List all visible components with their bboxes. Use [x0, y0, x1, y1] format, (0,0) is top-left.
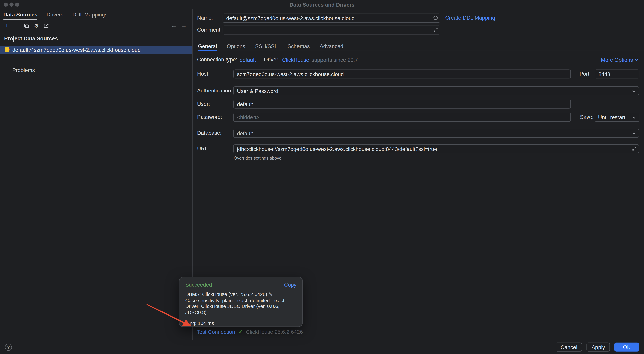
driver-note: supports since 20.7: [312, 57, 358, 63]
comment-field-wrap: [222, 26, 440, 35]
window-title: Data Sources and Drivers: [0, 2, 644, 8]
dialog-footer: ? Cancel Apply OK: [0, 340, 644, 354]
data-source-item[interactable]: default@szm7oqed0o.us-west-2.aws.clickho…: [0, 46, 192, 54]
chevron-down-icon: [631, 131, 636, 136]
apply-button[interactable]: Apply: [587, 342, 610, 352]
url-field-wrap: [233, 144, 639, 153]
cancel-button[interactable]: Cancel: [556, 342, 582, 352]
name-field-wrap: [222, 14, 440, 23]
comment-label: Comment:: [197, 26, 222, 35]
driver-value-link[interactable]: ClickHouse: [282, 57, 309, 63]
tab-options[interactable]: Options: [227, 42, 245, 51]
host-label: Host:: [197, 69, 210, 79]
test-connection-link[interactable]: Test Connection: [197, 329, 235, 335]
settings-tab-strip: General Options SSH/SSL Schemas Advanced: [192, 42, 644, 51]
ok-button[interactable]: OK: [614, 342, 639, 352]
password-field-wrap: [233, 113, 571, 122]
save-value: Until restart: [598, 114, 625, 120]
data-sources-dialog: Data Sources and Drivers Data Sources Dr…: [0, 0, 644, 354]
password-label: Password:: [197, 113, 222, 122]
server-version-text: ClickHouse 25.6.2.6426: [246, 329, 303, 335]
tab-drivers[interactable]: Drivers: [46, 9, 64, 20]
left-panel: Data Sources Drivers DDL Mappings + − ⚙: [0, 9, 192, 340]
tab-ssh-ssl[interactable]: SSH/SSL: [255, 42, 278, 51]
gear-icon[interactable]: ⚙: [33, 22, 40, 29]
open-in-editor-icon[interactable]: [43, 22, 50, 29]
tab-data-sources[interactable]: Data Sources: [3, 9, 38, 20]
driver-label: Driver:: [264, 56, 280, 63]
host-input[interactable]: [233, 69, 571, 79]
problems-node[interactable]: Problems: [0, 67, 192, 73]
more-options-link[interactable]: More Options: [601, 57, 639, 63]
tab-general[interactable]: General: [198, 42, 217, 51]
tab-ddl-mappings[interactable]: DDL Mappings: [72, 9, 108, 20]
name-label: Name:: [197, 14, 213, 23]
driver-line: Driver: ClickHouse JDBC Driver (ver. 0.8…: [185, 303, 296, 315]
save-label: Save:: [580, 113, 594, 122]
connection-type-value-link[interactable]: default: [240, 57, 256, 63]
port-input[interactable]: [595, 69, 640, 79]
password-input[interactable]: [233, 113, 571, 122]
back-arrow-icon[interactable]: ←: [170, 22, 178, 29]
tab-advanced[interactable]: Advanced: [320, 42, 343, 51]
database-select[interactable]: default: [233, 129, 639, 138]
copy-link[interactable]: Copy: [284, 282, 296, 288]
host-field-wrap: [233, 69, 571, 79]
data-source-item-label: default@szm7oqed0o.us-west-2.aws.clickho…: [12, 47, 140, 53]
help-icon[interactable]: ?: [5, 343, 12, 351]
left-tab-strip: Data Sources Drivers DDL Mappings: [0, 9, 192, 20]
url-input[interactable]: [233, 144, 639, 153]
name-status-circle-icon: [433, 15, 438, 21]
duplicate-icon[interactable]: [23, 22, 30, 29]
database-label: Database:: [197, 129, 222, 138]
test-connection-row: Test Connection ✓ ClickHouse 25.6.2.6426: [197, 329, 303, 336]
authentication-label: Authentication:: [197, 86, 232, 95]
comment-input[interactable]: [222, 26, 440, 35]
expand-editor-icon[interactable]: [433, 27, 438, 33]
tab-schemas[interactable]: Schemas: [288, 42, 310, 51]
remove-icon[interactable]: −: [13, 22, 20, 29]
title-bar: Data Sources and Drivers: [0, 0, 644, 9]
connection-status-text: Succeeded: [185, 282, 212, 288]
left-toolbar: + − ⚙ ← →: [0, 20, 192, 31]
chevron-down-icon: [631, 88, 636, 94]
connection-type-row: Connection type: default Driver: ClickHo…: [197, 56, 639, 63]
dbms-line: DBMS: ClickHouse (ver. 25.6.2.6426) ✎: [185, 291, 296, 297]
chevron-down-icon: [632, 114, 637, 120]
create-ddl-mapping-link[interactable]: Create DDL Mapping: [445, 14, 495, 23]
project-data-sources-title: Project Data Sources: [0, 31, 192, 42]
edit-pencil-icon[interactable]: ✎: [268, 291, 273, 297]
authentication-select[interactable]: User & Password: [233, 86, 639, 95]
forward-arrow-icon[interactable]: →: [180, 22, 187, 29]
name-input[interactable]: [222, 14, 440, 23]
user-field-wrap: [233, 99, 571, 109]
url-note: Overrides settings above: [234, 155, 281, 160]
ping-line: Ping: 104 ms: [185, 320, 296, 326]
clickhouse-icon: [5, 47, 10, 52]
more-options-label: More Options: [601, 57, 633, 63]
port-field-wrap: [595, 69, 640, 79]
user-label: User:: [197, 99, 210, 109]
save-select[interactable]: Until restart: [595, 113, 640, 122]
database-value: default: [237, 130, 253, 136]
chevron-down-icon: [634, 57, 639, 62]
url-label: URL:: [197, 144, 209, 153]
port-label: Port:: [580, 69, 591, 79]
authentication-value: User & Password: [237, 88, 278, 94]
user-input[interactable]: [233, 99, 571, 109]
success-check-icon: ✓: [238, 329, 243, 335]
case-sensitivity-line: Case sensitivity: plain=exact, delimited…: [185, 297, 296, 303]
connection-type-label: Connection type:: [197, 56, 237, 63]
annotation-arrow: [144, 301, 198, 331]
expand-editor-icon[interactable]: [632, 146, 637, 151]
add-icon[interactable]: +: [3, 22, 10, 29]
